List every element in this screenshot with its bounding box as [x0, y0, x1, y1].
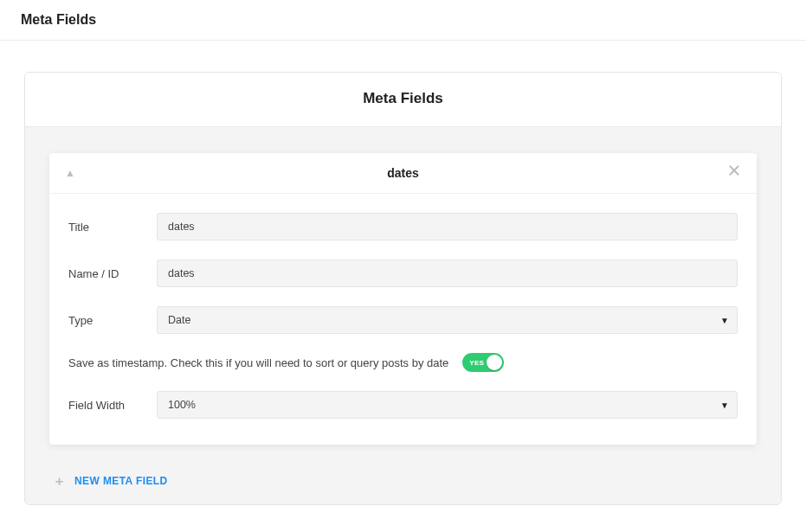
- close-icon[interactable]: [727, 163, 741, 177]
- title-label: Title: [68, 221, 157, 234]
- panel-title: Meta Fields: [34, 90, 772, 107]
- field-card-header: ▲ dates: [49, 153, 757, 194]
- toggle-on-label: YES: [469, 359, 484, 367]
- title-input[interactable]: [157, 213, 738, 240]
- page-header: Meta Fields: [0, 0, 806, 41]
- save-as-timestamp-text: Save as timestamp. Check this if you wil…: [68, 356, 448, 369]
- type-select[interactable]: Date: [157, 306, 738, 334]
- panel-body: ▲ dates Title: [25, 127, 781, 504]
- field-card: ▲ dates Title: [49, 153, 757, 445]
- field-card-title: dates: [387, 166, 419, 180]
- name-id-input[interactable]: [157, 260, 738, 287]
- toggle-knob: [487, 355, 502, 370]
- plus-icon: ＋: [53, 474, 66, 487]
- meta-fields-panel: Meta Fields ▲ dates Title: [24, 72, 782, 505]
- field-width-label: Field Width: [68, 399, 157, 412]
- page-title: Meta Fields: [21, 12, 785, 28]
- type-label: Type: [68, 314, 157, 327]
- new-meta-field-button[interactable]: ＋ NEW META FIELD: [49, 474, 757, 487]
- field-width-select[interactable]: 100%: [157, 391, 738, 419]
- name-id-label: Name / ID: [68, 267, 157, 280]
- new-meta-field-label: NEW META FIELD: [74, 475, 168, 487]
- panel-header: Meta Fields: [25, 73, 781, 127]
- save-as-timestamp-toggle[interactable]: YES: [462, 353, 504, 372]
- collapse-up-icon[interactable]: ▲: [65, 165, 75, 181]
